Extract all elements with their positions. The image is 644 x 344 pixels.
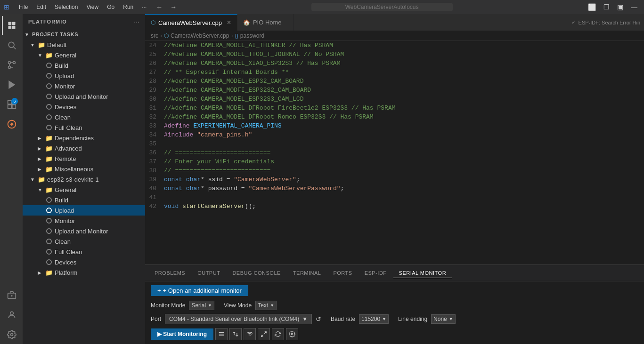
task-clean-esp32-label: Clean	[55, 238, 71, 245]
sidebar-more-icon[interactable]: ···	[134, 18, 139, 25]
tab-esp-idf[interactable]: ESP-IDF	[359, 268, 392, 278]
line-ending-select[interactable]: None ▼	[431, 314, 456, 324]
start-monitoring-button[interactable]: ▶ Start Monitoring	[151, 328, 213, 340]
breadcrumb-src[interactable]: src	[151, 32, 158, 39]
nav-forward-button[interactable]: →	[168, 2, 179, 12]
code-line: 24//#define CAMERA_MODEL_AI_THINKER // H…	[145, 41, 644, 50]
task-upload-esp32-label: Upload	[55, 207, 74, 214]
task-monitor-default[interactable]: Monitor	[23, 81, 145, 91]
breadcrumb-symbol[interactable]: password	[240, 32, 264, 39]
toolbar-icon-transfer[interactable]	[229, 328, 242, 340]
sidebar-content: ▼ PROJECT TASKS ▼ 📁 Default ▼ 📁 General …	[23, 29, 145, 344]
task-upload-esp32[interactable]: Upload	[23, 205, 145, 216]
task-full-clean-default[interactable]: Full Clean	[23, 122, 145, 133]
baud-rate-select[interactable]: 115200 ▼	[359, 314, 389, 324]
menu-file[interactable]: File	[15, 3, 32, 11]
general-group-esp32[interactable]: ▼ 📁 General	[23, 184, 145, 195]
menu-view[interactable]: View	[82, 3, 102, 11]
remote-group[interactable]: ▶ 📁 Remote	[23, 153, 145, 164]
toolbar-icon-wifi[interactable]	[244, 328, 256, 340]
code-editor[interactable]: 24//#define CAMERA_MODEL_AI_THINKER // H…	[145, 41, 644, 264]
tab-output[interactable]: OUTPUT	[192, 268, 226, 278]
layout-icon1[interactable]: ⬜	[585, 2, 599, 12]
default-group[interactable]: ▼ 📁 Default	[23, 40, 145, 50]
sidebar: PLATFORMIO ··· ▼ PROJECT TASKS ▼ 📁 Defau…	[23, 14, 145, 344]
tab-camera-web-server[interactable]: ⬡ CameraWebServer.cpp ✕	[145, 14, 237, 31]
folder-icon-dep: 📁	[45, 135, 53, 142]
sidebar-item-settings[interactable]	[2, 325, 21, 344]
task-upload-default[interactable]: Upload	[23, 71, 145, 81]
remote-label: Remote	[55, 155, 76, 162]
port-label: Port	[151, 316, 161, 322]
toolbar-icon-list[interactable]	[215, 328, 228, 340]
layout-icon2[interactable]: ❐	[601, 2, 612, 12]
code-line: 38// ==========================	[145, 166, 644, 175]
task-upload-monitor-esp32[interactable]: Upload and Monitor	[23, 226, 145, 236]
dependencies-group[interactable]: ▶ 📁 Dependencies	[23, 133, 145, 143]
task-devices-default[interactable]: Devices	[23, 102, 145, 112]
sidebar-item-extensions[interactable]: 6	[2, 95, 21, 114]
task-build-default[interactable]: Build	[23, 60, 145, 71]
task-monitor-esp32[interactable]: Monitor	[23, 216, 145, 226]
general-group-default[interactable]: ▼ 📁 General	[23, 50, 145, 60]
port-arrow[interactable]: ▼	[302, 316, 308, 322]
project-tasks-header[interactable]: ▼ PROJECT TASKS	[23, 29, 145, 40]
svg-marker-9	[9, 81, 15, 88]
task-build-esp32[interactable]: Build	[23, 195, 145, 205]
menu-run[interactable]: Run	[119, 3, 137, 11]
sidebar-item-source-control[interactable]	[2, 56, 21, 74]
task-full-clean-esp32[interactable]: Full Clean	[23, 247, 145, 257]
sidebar-item-search[interactable]	[2, 36, 21, 55]
tab-problems[interactable]: PROBLEMS	[149, 268, 191, 278]
task-upload-label: Upload	[55, 72, 74, 80]
sidebar-title: PLATFORMIO	[28, 19, 67, 24]
svg-line-23	[261, 335, 263, 336]
breadcrumb-file[interactable]: CameraWebServer.cpp	[171, 32, 229, 39]
menu-go[interactable]: Go	[103, 3, 118, 11]
esp-idf-label: ESP-IDF: Search Error Hin	[579, 20, 640, 25]
search-input[interactable]	[311, 3, 453, 11]
tab-pio-label: PIO Home	[253, 19, 282, 26]
nav-back-button[interactable]: ←	[154, 2, 164, 12]
minimize-button[interactable]: —	[628, 2, 640, 12]
sidebar-item-platformio[interactable]	[2, 115, 21, 134]
breadcrumb-symbol-icon: {}	[235, 33, 238, 39]
titlebar: ⊞ File Edit Selection View Go Run ··· ← …	[0, 0, 644, 14]
esp32-group[interactable]: ▼ 📁 esp32-s3-devkitc-1	[23, 174, 145, 184]
platform-group[interactable]: ▶ 📁 Platform	[23, 267, 145, 278]
toolbar-icon-expand[interactable]	[258, 328, 270, 340]
advanced-group[interactable]: ▶ 📁 Advanced	[23, 143, 145, 153]
layout-icon3[interactable]: ▣	[614, 2, 626, 12]
view-mode-select[interactable]: Text ▼	[255, 301, 277, 310]
task-clean-esp32[interactable]: Clean	[23, 236, 145, 247]
tab-terminal[interactable]: TERMINAL	[287, 268, 327, 278]
open-monitor-label: + Open an additional monitor	[163, 287, 242, 294]
port-refresh-button[interactable]: ↺	[316, 315, 321, 323]
tab-ports[interactable]: PORTS	[327, 268, 358, 278]
sidebar-item-remote[interactable]	[2, 286, 21, 304]
tab-serial-monitor[interactable]: SERIAL MONITOR	[393, 268, 452, 278]
search-bar	[182, 3, 581, 11]
default-label: Default	[47, 41, 66, 48]
sidebar-item-run[interactable]	[2, 75, 21, 94]
task-upload-monitor-label: Upload and Monitor	[55, 93, 108, 100]
task-upload-monitor-default[interactable]: Upload and Monitor	[23, 91, 145, 102]
menu-more[interactable]: ···	[138, 3, 150, 11]
toolbar-icon-sync[interactable]	[272, 328, 284, 340]
svg-rect-2	[8, 26, 12, 29]
misc-group[interactable]: ▶ 📁 Miscellaneous	[23, 164, 145, 174]
monitor-mode-value: Serial	[191, 302, 206, 309]
menu-selection[interactable]: Selection	[51, 3, 82, 11]
svg-point-4	[8, 42, 14, 48]
open-additional-monitor-button[interactable]: + + Open an additional monitor	[151, 285, 248, 296]
tab-debug-console[interactable]: DEBUG CONSOLE	[227, 268, 286, 278]
tab-close-button[interactable]: ✕	[227, 19, 231, 26]
sidebar-item-accounts[interactable]	[2, 305, 21, 324]
task-devices-esp32[interactable]: Devices	[23, 257, 145, 267]
tab-pio-home[interactable]: 🏠 PIO Home	[237, 14, 294, 31]
monitor-mode-select[interactable]: Serial ▼	[189, 301, 214, 310]
toolbar-icon-settings[interactable]	[286, 328, 298, 340]
menu-edit[interactable]: Edit	[33, 3, 50, 11]
task-clean-default[interactable]: Clean	[23, 112, 145, 122]
sidebar-item-explorer[interactable]	[2, 16, 21, 35]
